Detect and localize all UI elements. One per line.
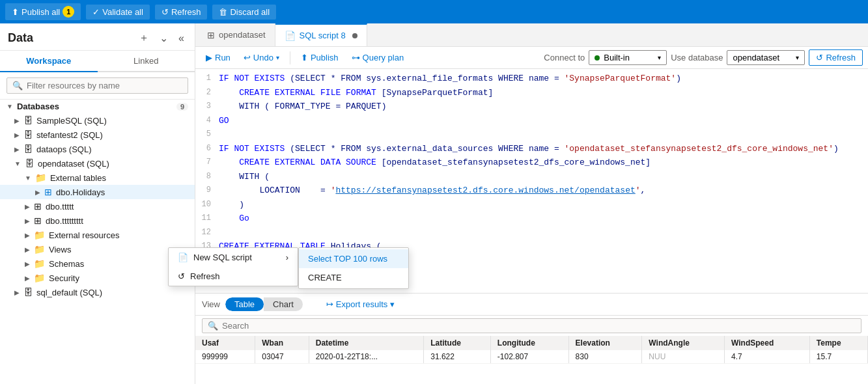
results-table: Usaf Wban Datetime Latitude Longitude El… bbox=[195, 336, 868, 384]
sidebar-tabs: Workspace Linked bbox=[0, 51, 195, 72]
external-resources-label: External resources bbox=[49, 230, 119, 240]
sidebar-item-schemas[interactable]: ▶ 📁 Schemas bbox=[0, 256, 195, 271]
publish-toolbar-label: Publish bbox=[311, 53, 339, 62]
sidebar-item-external-tables[interactable]: ▼ 📁 External tables bbox=[0, 171, 195, 185]
chevron-right-icon: ▶ bbox=[25, 217, 30, 225]
publish-all-button[interactable]: ⬆ Publish all 1 bbox=[5, 3, 81, 20]
minimize-button[interactable]: « bbox=[176, 30, 187, 46]
submenu-create[interactable]: CREATE bbox=[299, 268, 408, 287]
code-line-2: 2 CREATE EXTERNAL FILE FORMAT [SynapsePa… bbox=[195, 86, 868, 100]
ctx-new-sql-script[interactable]: 📄 New SQL script › bbox=[169, 248, 298, 267]
validate-all-button[interactable]: ✓ Validate all bbox=[86, 5, 150, 20]
connect-section: Connect to Built-in ▾ Use database opend… bbox=[544, 49, 863, 66]
chevron-right-icon: ▶ bbox=[25, 203, 30, 210]
table-view-button[interactable]: Table bbox=[225, 297, 264, 311]
tab-sql-script-8-label: SQL script 8 bbox=[300, 31, 346, 40]
query-plan-label: Query plan bbox=[363, 53, 404, 62]
connection-dropdown[interactable]: Built-in ▾ bbox=[589, 50, 667, 65]
cell-usaf: 999999 bbox=[195, 350, 255, 364]
sidebar-item-dbo-ttttttttt[interactable]: ▶ ⊞ dbo.ttttttttt bbox=[0, 213, 195, 228]
sidebar-item-samplesql[interactable]: ▶ 🗄 SampleSQL (SQL) bbox=[0, 113, 195, 128]
cell-tempe: 15.7 bbox=[809, 350, 867, 364]
discard-all-button[interactable]: 🗑 Discard all bbox=[212, 5, 276, 20]
database-icon: 🗄 bbox=[25, 158, 34, 169]
dataops-label: dataops (SQL) bbox=[36, 144, 92, 154]
col-longitude: Longitude bbox=[490, 336, 568, 350]
submenu: Select TOP 100 rows CREATE bbox=[298, 247, 409, 289]
sidebar: Data ＋ ⌄ « Workspace Linked 🔍 ▼ Database… bbox=[0, 23, 195, 384]
databases-section[interactable]: ▼ Databases 9 bbox=[0, 100, 195, 113]
opendataset-label: opendataset (SQL) bbox=[38, 159, 109, 169]
ctx-refresh[interactable]: ↺ Refresh bbox=[169, 267, 298, 286]
col-wban: Wban bbox=[255, 336, 309, 350]
database-dropdown[interactable]: opendataset ▾ bbox=[727, 50, 805, 65]
tab-opendataset[interactable]: ⊞ opendataset bbox=[198, 23, 275, 46]
cell-wban: 03047 bbox=[255, 350, 309, 364]
results-search-input[interactable] bbox=[222, 321, 352, 331]
tab-linked[interactable]: Linked bbox=[98, 51, 195, 72]
table-icon: ⊞ bbox=[34, 215, 42, 226]
chevron-down-icon: ▼ bbox=[25, 174, 31, 182]
chevron-right-icon: ▶ bbox=[25, 260, 30, 267]
check-icon: ✓ bbox=[92, 7, 100, 17]
chevron-right-icon: ▶ bbox=[14, 117, 20, 124]
col-windangle: WindAngle bbox=[642, 336, 725, 350]
query-plan-button[interactable]: ⊶ Query plan bbox=[346, 50, 410, 65]
refresh-editor-icon: ↺ bbox=[816, 53, 823, 62]
sidebar-header: Data ＋ ⌄ « bbox=[0, 23, 195, 51]
view-btn-group: Table Chart bbox=[225, 297, 303, 311]
chart-view-button[interactable]: Chart bbox=[264, 297, 303, 311]
sidebar-item-views[interactable]: ▶ 📁 Views bbox=[0, 242, 195, 256]
discard-icon: 🗑 bbox=[219, 7, 227, 17]
collapse-button[interactable]: ⌄ bbox=[157, 30, 171, 46]
sidebar-item-security[interactable]: ▶ 📁 Security bbox=[0, 271, 195, 285]
chevron-down-icon: ▾ bbox=[658, 54, 661, 61]
publish-button[interactable]: ⬆ Publish bbox=[296, 50, 344, 65]
database-label: opendataset bbox=[733, 53, 779, 62]
code-line-1: 1 IF NOT EXISTS (SELECT * FROM sys.exter… bbox=[195, 72, 868, 86]
submenu-select-top-100[interactable]: Select TOP 100 rows bbox=[299, 249, 408, 268]
run-button[interactable]: ▶ Run bbox=[201, 50, 236, 65]
chevron-down-icon: ▾ bbox=[390, 299, 395, 309]
chevron-right-icon: ▶ bbox=[35, 189, 40, 196]
databases-count: 9 bbox=[176, 103, 188, 111]
sidebar-header-icons: ＋ ⌄ « bbox=[136, 30, 187, 46]
table-icon: ⊞ bbox=[44, 187, 52, 197]
col-usaf: Usaf bbox=[195, 336, 255, 350]
sidebar-item-sql-default[interactable]: ▶ 🗄 sql_default (SQL) bbox=[0, 285, 195, 299]
database-icon: 🗄 bbox=[23, 115, 33, 126]
sidebar-item-dbo-holidays[interactable]: ▶ ⊞ dbo.Holidays bbox=[0, 185, 195, 199]
tree: ▼ Databases 9 ▶ 🗄 SampleSQL (SQL) ▶ 🗄 st… bbox=[0, 100, 195, 384]
stefantest2-label: stefantest2 (SQL) bbox=[36, 130, 103, 140]
search-icon: 🔍 bbox=[12, 81, 23, 90]
refresh-icon: ↺ bbox=[161, 7, 169, 17]
folder-icon: 📁 bbox=[34, 258, 45, 269]
publish-badge: 1 bbox=[63, 6, 74, 18]
add-resource-button[interactable]: ＋ bbox=[136, 30, 152, 46]
publish-icon: ⬆ bbox=[12, 7, 19, 17]
tab-sql-script-8[interactable]: 📄 SQL script 8 bbox=[275, 23, 367, 46]
refresh-top-button[interactable]: ↺ Refresh bbox=[155, 5, 208, 20]
discard-all-label: Discard all bbox=[230, 7, 270, 17]
ttttt-label: dbo.ttttt bbox=[46, 202, 74, 212]
tabs-bar: ⊞ opendataset 📄 SQL script 8 bbox=[195, 23, 868, 47]
sidebar-item-stefantest2[interactable]: ▶ 🗄 stefantest2 (SQL) bbox=[0, 128, 195, 142]
tab-workspace[interactable]: Workspace bbox=[0, 51, 98, 72]
publish-toolbar-icon: ⬆ bbox=[301, 53, 308, 62]
cell-elevation: 830 bbox=[568, 350, 642, 364]
sidebar-item-dbo-ttttt[interactable]: ▶ ⊞ dbo.ttttt bbox=[0, 199, 195, 213]
sidebar-item-external-resources[interactable]: ▶ 📁 External resources bbox=[0, 228, 195, 242]
schemas-label: Schemas bbox=[49, 259, 84, 269]
new-script-icon: 📄 bbox=[178, 253, 188, 262]
use-database-label: Use database bbox=[671, 53, 723, 62]
publish-all-label: Publish all bbox=[21, 7, 60, 17]
sidebar-item-opendataset[interactable]: ▼ 🗄 opendataset (SQL) bbox=[0, 156, 195, 171]
sidebar-item-dataops[interactable]: ▶ 🗄 dataops (SQL) bbox=[0, 142, 195, 156]
refresh-editor-button[interactable]: ↺ Refresh bbox=[809, 49, 863, 66]
export-results-button[interactable]: ↦ Export results ▾ bbox=[321, 297, 400, 311]
filter-input[interactable] bbox=[27, 81, 182, 90]
code-line-7: 7 CREATE EXTERNAL DATA SOURCE [opendatas… bbox=[195, 156, 868, 170]
undo-button[interactable]: ↩ Undo ▾ bbox=[238, 50, 285, 65]
code-line-3: 3 WITH ( FORMAT_TYPE = PARQUET) bbox=[195, 100, 868, 114]
context-menu: 📄 New SQL script › ↺ Refresh bbox=[168, 247, 298, 286]
